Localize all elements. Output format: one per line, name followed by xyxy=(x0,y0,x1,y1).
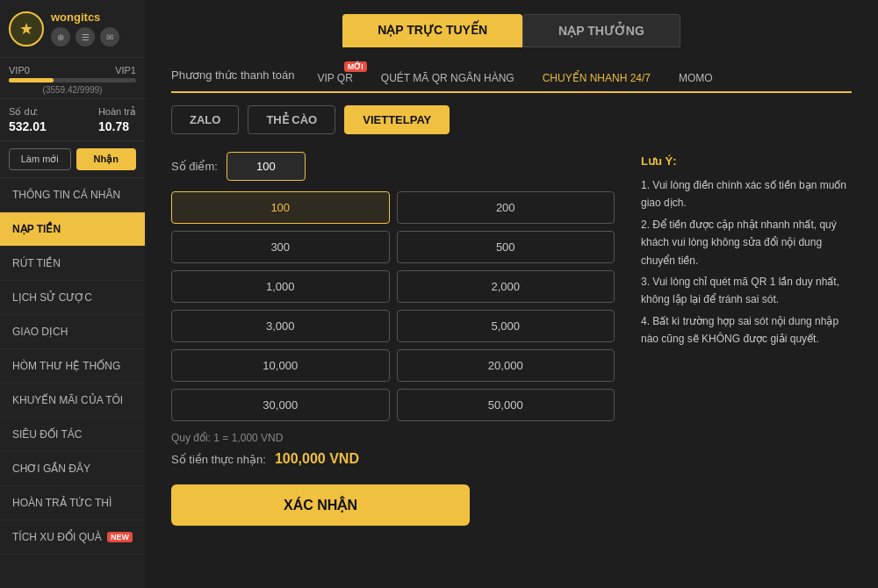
vip-bar xyxy=(9,78,136,82)
so-tien-label: Số tiền thực nhận: xyxy=(171,453,266,466)
amount-btn-500[interactable]: 500 xyxy=(397,231,615,263)
balance-item-sodu: Số dư: 532.01 xyxy=(9,106,47,133)
note-item: 4. Bất kì trường hợp sai sót nội dung nh… xyxy=(641,312,852,348)
balance-section: Số dư: 532.01 Hoàn trả 10.78 xyxy=(0,99,145,141)
sub-tabs-row: ZALOTHẺ CÀOVIETTELPAY xyxy=(171,105,852,134)
vip-next-label: VIP1 xyxy=(115,65,136,75)
sodu-label: Số dư: xyxy=(9,106,47,118)
avatar: ★ xyxy=(9,11,44,47)
amount-btn-2000[interactable]: 2,000 xyxy=(397,270,615,303)
amount-btn-100[interactable]: 100 xyxy=(171,191,390,224)
note-title: Lưu Ý: xyxy=(641,152,852,171)
so-tien-row: Số tiền thực nhận: 100,000 VND xyxy=(171,451,615,467)
method-tab-chuyen-nhanh[interactable]: CHUYỂN NHANH 24/7 xyxy=(529,65,665,93)
method-tab-vip-qr[interactable]: VIP QRMỚI xyxy=(303,65,366,91)
amount-input[interactable] xyxy=(227,152,306,181)
amount-btn-5000[interactable]: 5,000 xyxy=(397,310,615,342)
sidebar-item-nap-tien[interactable]: NẠP TIỀN xyxy=(0,212,145,247)
username: wongitcs xyxy=(51,11,119,24)
notes-list: 1. Vui lòng điền chính xác số tiền bạn m… xyxy=(641,176,852,348)
form-right: Lưu Ý: 1. Vui lòng điền chính xác số tiề… xyxy=(641,152,852,526)
sidebar-item-thong-tin[interactable]: THÔNG TIN CÁ NHÂN xyxy=(0,178,145,212)
amount-btn-300[interactable]: 300 xyxy=(171,231,390,263)
sodu-value: 532.01 xyxy=(9,119,47,133)
so-diem-row: Số điểm: xyxy=(171,152,615,181)
xac-nhan-button[interactable]: XÁC NHẬN xyxy=(171,484,470,526)
icon-btn-3[interactable]: ✉ xyxy=(100,27,119,47)
sidebar-item-hoan-tra[interactable]: HOÀN TRẢ TỨC THÌ xyxy=(0,486,145,520)
vip-progress: (3559.42/9999) xyxy=(9,85,136,95)
sub-tab-the-cao[interactable]: THẺ CÀO xyxy=(248,105,335,134)
form-left: Số điểm: 1002003005001,0002,0003,0005,00… xyxy=(171,152,615,526)
amount-grid: 1002003005001,0002,0003,0005,00010,00020… xyxy=(171,191,615,421)
sidebar-item-rut-tien[interactable]: RÚT TIỀN xyxy=(0,247,145,281)
vip-section: VIP0 VIP1 (3559.42/9999) xyxy=(0,58,145,99)
method-tab-momo[interactable]: MOMO xyxy=(665,65,727,91)
payment-label: Phương thức thanh toán xyxy=(171,68,294,89)
method-tabs: VIP QRMỚIQUÉT MÃ QR NGÂN HÀNGCHUYỂN NHAN… xyxy=(303,65,726,91)
sidebar-item-choi-gan[interactable]: CHƠI GẦN ĐÂY xyxy=(0,452,145,486)
top-tab-nap-thuong[interactable]: NẠP THƯỞNG xyxy=(522,14,680,47)
quy-doi-text: Quy đổi: 1 = 1,000 VND xyxy=(171,432,615,444)
nhan-button[interactable]: Nhận xyxy=(76,148,137,170)
main-content: NẠP TRỰC TUYẾNNẠP THƯỞNG Phương thức tha… xyxy=(145,0,878,588)
top-tabs: NẠP TRỰC TUYẾNNẠP THƯỞNG xyxy=(145,0,878,47)
balance-item-hoantra: Hoàn trả 10.78 xyxy=(98,106,136,133)
hoantra-value: 10.78 xyxy=(98,119,136,133)
method-tab-quet-ma[interactable]: QUÉT MÃ QR NGÂN HÀNG xyxy=(367,65,529,91)
amount-btn-50000[interactable]: 50,000 xyxy=(397,389,615,421)
lammoi-button[interactable]: Làm mới xyxy=(9,148,71,170)
sidebar-icons: ⊕ ☰ ✉ xyxy=(51,27,119,47)
icon-btn-1[interactable]: ⊕ xyxy=(51,27,70,47)
note-item: 1. Vui lòng điền chính xác số tiền bạn m… xyxy=(641,176,852,212)
content-area: Phương thức thanh toán VIP QRMỚIQUÉT MÃ … xyxy=(145,47,878,588)
amount-btn-3000[interactable]: 3,000 xyxy=(171,310,390,342)
sub-tab-viettelpay[interactable]: VIETTELPAY xyxy=(344,105,450,134)
note-item: 3. Vui lòng chỉ quét mã QR 1 lần duy nhấ… xyxy=(641,273,852,309)
sidebar-header: ★ wongitcs ⊕ ☰ ✉ xyxy=(0,0,145,58)
sub-tab-zalo[interactable]: ZALO xyxy=(171,105,239,134)
sidebar-item-tich-xu[interactable]: TÍCH XU ĐỔI QUÀNEW xyxy=(0,520,145,555)
vip-bar-fill xyxy=(9,78,54,82)
note-item: 2. Để tiền được cập nhật nhanh nhất, quý… xyxy=(641,216,852,269)
sidebar-item-hom-thu[interactable]: HÒM THƯ HỆ THỐNG xyxy=(0,349,145,384)
top-tab-nap-truc-tuyen[interactable]: NẠP TRỰC TUYẾN xyxy=(342,14,522,47)
so-tien-value: 100,000 VND xyxy=(275,451,359,467)
payment-method-row: Phương thức thanh toán VIP QRMỚIQUÉT MÃ … xyxy=(171,65,852,93)
hoantra-label: Hoàn trả xyxy=(98,106,136,118)
amount-btn-10000[interactable]: 10,000 xyxy=(171,349,390,382)
amount-btn-1000[interactable]: 1,000 xyxy=(171,270,390,303)
sidebar-item-lich-su[interactable]: LỊCH SỬ CƯỢC xyxy=(0,281,145,315)
balance-actions: Làm mới Nhận xyxy=(0,141,145,178)
sidebar-item-khuyen-mai[interactable]: KHUYẾN MÃI CỦA TÔI xyxy=(0,384,145,418)
vip-current-label: VIP0 xyxy=(9,65,30,75)
sidebar: ★ wongitcs ⊕ ☰ ✉ VIP0 VIP1 (3559.42/9999… xyxy=(0,0,145,588)
so-diem-label: Số điểm: xyxy=(171,160,218,173)
amount-btn-20000[interactable]: 20,000 xyxy=(397,349,615,382)
amount-btn-30000[interactable]: 30,000 xyxy=(171,389,390,421)
sidebar-nav: THÔNG TIN CÁ NHÂNNẠP TIỀNRÚT TIỀNLỊCH SỬ… xyxy=(0,178,145,588)
icon-btn-2[interactable]: ☰ xyxy=(76,27,95,47)
form-layout: Số điểm: 1002003005001,0002,0003,0005,00… xyxy=(171,152,852,526)
sidebar-item-giao-dich[interactable]: GIAO DỊCH xyxy=(0,315,145,349)
sidebar-item-sieu-doi-tac[interactable]: SIÊU ĐỐI TÁC xyxy=(0,418,145,452)
amount-btn-200[interactable]: 200 xyxy=(397,191,615,224)
